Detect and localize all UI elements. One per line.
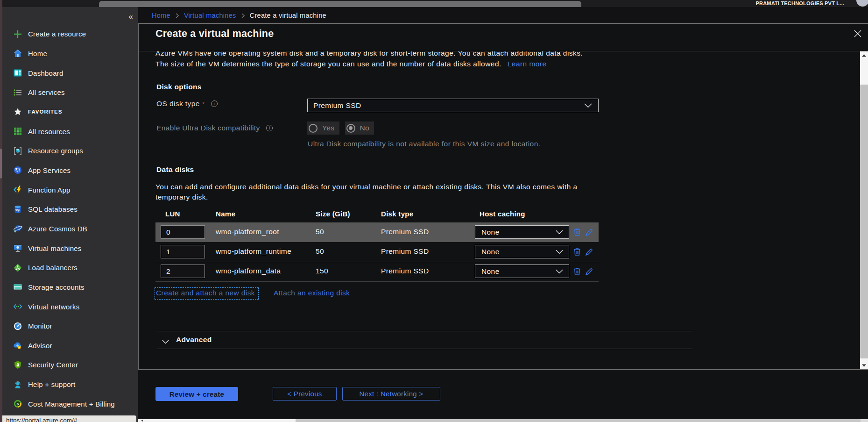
os-disk-type-select[interactable]: Premium SSD <box>307 99 599 112</box>
breadcrumb-separator-icon <box>241 13 245 18</box>
sidebar-item-dashboard[interactable]: Dashboard <box>2 63 138 83</box>
planet-icon <box>13 224 22 233</box>
top-bar: PRAMATI TECHNOLOGIES PVT L... <box>2 0 868 7</box>
globe-icon <box>13 165 22 175</box>
breadcrumb-virtual-machines-link[interactable]: Virtual machines <box>184 12 236 19</box>
blade-body: Azure VMs have one operating system disk… <box>139 51 860 369</box>
radio-circle-icon <box>309 124 318 133</box>
edit-disk-icon[interactable] <box>585 267 594 276</box>
next-networking-button[interactable]: Next : Networking > <box>342 387 440 401</box>
scrollbar-thumb[interactable] <box>860 85 868 358</box>
chevron-down-icon <box>556 269 563 274</box>
sidebar-item-monitor[interactable]: Monitor <box>2 316 138 336</box>
breadcrumb-home-link[interactable]: Home <box>152 12 170 19</box>
sidebar-item-sql-databases[interactable]: SQL SQL databases <box>2 200 138 219</box>
sidebar-item-all-services[interactable]: All services <box>2 83 138 102</box>
sidebar-item-load-balancers[interactable]: Load balancers <box>2 258 138 278</box>
scrollbar-thumb[interactable] <box>296 419 861 422</box>
load-balancer-icon <box>13 263 22 272</box>
chevron-down-icon <box>162 337 169 346</box>
breadcrumb: Home Virtual machines Create a virtual m… <box>152 7 326 24</box>
page-title: Create a virtual machine <box>155 28 274 40</box>
sidebar-item-azure-cosmos-db[interactable]: Azure Cosmos DB <box>2 219 138 239</box>
grid-icon <box>13 127 22 136</box>
column-header-lun: LUN <box>165 210 180 218</box>
scroll-down-icon[interactable] <box>860 361 868 369</box>
breadcrumb-row: Home Virtual machines Create a virtual m… <box>138 7 868 24</box>
radio-yes[interactable]: Yes <box>307 122 339 135</box>
ultra-disk-note: Ultra Disk compatibility is not availabl… <box>308 140 540 148</box>
info-icon[interactable]: i <box>266 125 273 131</box>
os-disk-type-label: OS disk type <box>156 100 200 108</box>
sidebar-item-home[interactable]: Home <box>2 44 138 64</box>
sidebar-item-all-resources[interactable]: All resources <box>2 122 138 141</box>
column-header-name: Name <box>216 210 235 218</box>
intro-paragraph: Azure VMs have one operating system disk… <box>155 51 627 69</box>
person-headset-icon <box>13 380 22 389</box>
sidebar-item-storage-accounts[interactable]: Storage accounts <box>2 278 138 297</box>
edit-disk-icon[interactable] <box>585 247 594 257</box>
previous-button[interactable]: < Previous <box>273 387 337 401</box>
edit-disk-icon[interactable] <box>585 228 594 237</box>
favorites-divider <box>68 112 135 112</box>
horizontal-scrollbar[interactable] <box>138 419 868 422</box>
host-caching-select[interactable]: None <box>475 245 569 258</box>
sidebar-item-app-services[interactable]: App Services <box>2 161 138 180</box>
scroll-left-icon[interactable] <box>141 420 143 422</box>
delete-disk-icon[interactable] <box>572 228 582 237</box>
radio-no[interactable]: No <box>345 122 374 135</box>
disk-table-row[interactable]: wmo-platform_data 150 Premium SSD None <box>155 262 599 281</box>
disk-table-row[interactable]: wmo-platform_runtime 50 Premium SSD None <box>155 242 599 262</box>
close-icon[interactable] <box>854 29 862 38</box>
list-icon <box>13 88 22 97</box>
review-create-button[interactable]: Review + create <box>155 387 238 401</box>
advanced-section-toggle[interactable]: Advanced <box>176 336 212 344</box>
ultra-disk-radio-group: Yes No <box>307 122 380 135</box>
scroll-up-icon[interactable] <box>860 51 868 59</box>
data-disks-heading: Data disks <box>156 165 194 174</box>
attach-existing-disk-link[interactable]: Attach an existing disk <box>274 289 350 297</box>
host-caching-select[interactable]: None <box>475 225 569 239</box>
lun-input[interactable] <box>161 265 205 278</box>
sidebar-item-security-center[interactable]: Security Center <box>2 355 138 375</box>
dashboard-icon <box>13 68 22 78</box>
create-attach-disk-link[interactable]: Create and attach a new disk <box>155 287 259 300</box>
chevron-down-icon <box>584 103 592 108</box>
sidebar-item-advisor[interactable]: Advisor <box>2 336 138 356</box>
status-url-tooltip: https://portal.azure.com/# <box>2 415 136 422</box>
sidebar-item-cost-management-billing[interactable]: $ Cost Management + Billing <box>2 394 138 414</box>
shield-lock-icon <box>13 360 22 370</box>
sidebar-item-help-support[interactable]: Help + support <box>2 375 138 394</box>
home-icon <box>13 49 22 58</box>
vertical-scrollbar[interactable] <box>860 51 868 369</box>
sidebar-item-create-a-resource[interactable]: Create a resource <box>2 24 138 44</box>
delete-disk-icon[interactable] <box>572 267 582 276</box>
learn-more-link[interactable]: Learn more <box>508 60 547 68</box>
svg-text:SQL: SQL <box>15 209 21 212</box>
row-divider <box>155 262 599 262</box>
sidebar-item-resource-groups[interactable]: Resource groups <box>2 141 138 161</box>
breadcrumb-current: Create a virtual machine <box>250 12 326 19</box>
delete-disk-icon[interactable] <box>572 247 582 257</box>
avatar[interactable] <box>856 0 868 7</box>
host-caching-select[interactable]: None <box>475 265 569 278</box>
footer-bar: Review + create < Previous Next : Networ… <box>139 370 868 419</box>
sidebar: « Create a resource Home Dashboard All s… <box>2 7 138 422</box>
window-edge-scroll-pill <box>0 149 2 179</box>
chevron-down-icon <box>556 250 563 254</box>
sidebar-item-virtual-machines[interactable]: Virtual machines <box>2 238 138 258</box>
info-icon[interactable]: i <box>211 100 218 107</box>
radio-circle-checked-icon <box>346 124 355 133</box>
lun-input[interactable] <box>161 245 205 258</box>
global-search-bar[interactable] <box>99 1 581 7</box>
disk-options-heading: Disk options <box>156 83 202 91</box>
plus-icon <box>13 29 22 39</box>
lun-input[interactable] <box>161 225 205 239</box>
disk-table-row[interactable]: wmo-platform_root 50 Premium SSD None <box>155 222 599 242</box>
advanced-divider-top <box>157 331 692 331</box>
sidebar-item-virtual-networks[interactable]: Virtual networks <box>2 297 138 316</box>
sidebar-collapse-button[interactable]: « <box>125 11 136 22</box>
ultra-disk-label: Enable Ultra Disk compatibility <box>156 124 260 132</box>
gauge-icon <box>13 322 22 331</box>
sidebar-item-function-app[interactable]: Function App <box>2 180 138 200</box>
